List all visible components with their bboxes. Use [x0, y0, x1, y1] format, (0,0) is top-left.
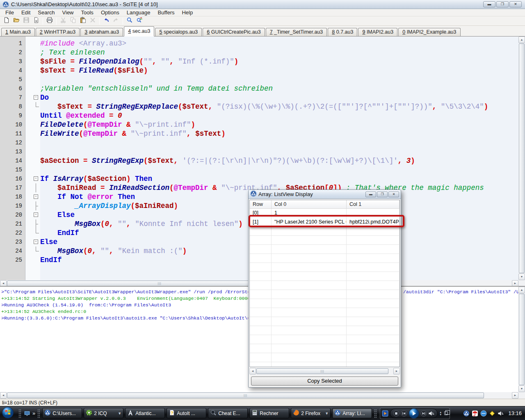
menu-search[interactable]: Search: [34, 9, 58, 16]
start-button[interactable]: [2, 406, 16, 420]
table-row[interactable]: [250, 236, 399, 245]
save-file-button[interactable]: [21, 17, 31, 25]
table-row[interactable]: [250, 290, 399, 299]
cut-button[interactable]: [58, 17, 68, 25]
code-line-2[interactable]: 2; Text einlesen: [0, 48, 518, 57]
paste-button[interactable]: [78, 17, 88, 25]
tab-abraham.au3[interactable]: 3 abraham.au3: [80, 28, 123, 37]
play-button[interactable]: [409, 408, 419, 419]
tab-_timer_settimer.au3[interactable]: 7 _Timer_SetTimer.au3: [266, 28, 327, 37]
taskbar-button-rechner[interactable]: Rechner: [249, 408, 289, 418]
tray-autoit-icon[interactable]: [463, 410, 470, 417]
table-row[interactable]: [250, 353, 399, 362]
tab-sec.au3[interactable]: 4 sec.au3: [124, 26, 154, 37]
scroll-up-icon[interactable]: ▲: [518, 37, 525, 43]
tab-0.7.au3[interactable]: 8 0.7.au3: [328, 28, 357, 37]
scroll-down-icon[interactable]: ▼: [518, 274, 525, 280]
editor-vscroll-thumb[interactable]: [519, 43, 525, 273]
listview-hscrollbar[interactable]: ◄ ||| ►: [249, 368, 400, 375]
console-scroll-right-icon[interactable]: ►: [512, 392, 518, 399]
find-button[interactable]: [125, 17, 135, 25]
table-row[interactable]: [250, 227, 399, 236]
column-header-col0[interactable]: Col 0: [272, 200, 347, 208]
code-line-11[interactable]: 11FileWrite(@TempDir & "\~print.inf", $s…: [0, 129, 518, 138]
menu-edit[interactable]: Edit: [18, 9, 34, 16]
fold-marker-box[interactable]: −: [25, 210, 40, 219]
table-row[interactable]: [250, 272, 399, 281]
fold-marker-box[interactable]: −: [25, 237, 40, 247]
media-band-grip[interactable]: [374, 409, 377, 418]
tab-winhttp.au3[interactable]: 2 WinHTTP.au3: [36, 28, 80, 37]
console-vscroll-thumb[interactable]: [519, 294, 525, 385]
table-row[interactable]: [250, 281, 399, 290]
minimize-button[interactable]: ▬: [483, 1, 495, 7]
copy-selected-button[interactable]: Copy Selected: [251, 377, 398, 386]
code-line-12[interactable]: 12: [0, 138, 518, 147]
array-window-titlebar[interactable]: Array: ListView Display ▬ ❐ ✕: [249, 190, 401, 199]
table-row[interactable]: [250, 344, 399, 353]
code-line-5[interactable]: 5: [0, 75, 518, 84]
code-line-13[interactable]: 13: [0, 147, 518, 156]
table-row[interactable]: [250, 362, 399, 367]
redo-button[interactable]: [111, 17, 121, 25]
code-line-3[interactable]: 3$sFile = FileOpenDialog("", "", "Inf (*…: [0, 57, 518, 66]
code-line-4[interactable]: 4$sText = FileRead($sFile): [0, 66, 518, 75]
fold-marker-box[interactable]: −: [25, 192, 40, 201]
code-line-1[interactable]: 1#include <Array.au3>: [0, 39, 518, 48]
taskbar-button-autoit[interactable]: ?AutoIt ...: [167, 408, 206, 418]
table-row[interactable]: [250, 317, 399, 326]
show-desktop-icon[interactable]: [23, 409, 32, 418]
listview-header[interactable]: RowCol 0Col 1: [250, 200, 399, 209]
tray-messenger-icon[interactable]: [480, 410, 487, 417]
tray-volume-icon[interactable]: [498, 410, 504, 417]
table-row[interactable]: [250, 326, 399, 335]
array-minimize-button[interactable]: ▬: [365, 192, 376, 197]
code-line-7[interactable]: 7−Do: [0, 93, 518, 102]
quicklaunch-expand-icon[interactable]: »: [32, 411, 35, 416]
tray-avira-icon[interactable]: [472, 410, 478, 417]
console-hscrollbar[interactable]: ◄ ||| ►: [0, 392, 518, 399]
listview-hscroll-thumb[interactable]: |||: [256, 368, 388, 374]
group-dropdown-icon[interactable]: ▼: [118, 411, 121, 415]
fold-marker-box[interactable]: −: [25, 174, 40, 183]
tab-imapi2.au3[interactable]: 9 IMAPI2.au3: [358, 28, 397, 37]
console-scroll-up-icon[interactable]: ▲: [518, 287, 525, 293]
menu-buffers[interactable]: Buffers: [154, 9, 178, 16]
copy-button[interactable]: [68, 17, 78, 25]
tab-specialops.au3[interactable]: 5 specialops.au3: [155, 28, 202, 37]
array-close-button[interactable]: ✕: [388, 192, 399, 197]
table-row[interactable]: [250, 263, 399, 272]
next-button[interactable]: [420, 410, 427, 417]
taskbar-button-cheat-e[interactable]: Cheat E...: [208, 408, 248, 418]
menu-help[interactable]: Help: [178, 9, 196, 16]
volume-button[interactable]: [428, 410, 435, 417]
taskbar-button-array-li[interactable]: Array: Li...: [332, 408, 372, 418]
column-header-row[interactable]: Row: [250, 200, 272, 208]
listview-scroll-right-icon[interactable]: ►: [393, 368, 400, 374]
table-row[interactable]: [250, 299, 399, 308]
array-restore-button[interactable]: ❐: [377, 192, 388, 197]
code-line-9[interactable]: 9Until @extended = 0: [0, 111, 518, 120]
code-line-6[interactable]: 6;Variablen "entschlüsseln" und in Temp …: [0, 84, 518, 93]
code-line-16[interactable]: 16−If IsArray($aSection) Then: [0, 174, 518, 183]
menu-view[interactable]: View: [59, 9, 78, 16]
table-row[interactable]: [250, 254, 399, 263]
table-row[interactable]: [250, 245, 399, 254]
restore-button[interactable]: ❐: [496, 1, 509, 7]
taskbar-button-2-firefox[interactable]: 2 Firefox▼: [291, 408, 331, 418]
console-hscroll-thumb[interactable]: |||: [7, 393, 484, 398]
undo-button[interactable]: [101, 17, 111, 25]
code-line-15[interactable]: 15: [0, 165, 518, 174]
code-line-8[interactable]: 8 $sText = StringRegExpReplace($sText, "…: [0, 102, 518, 111]
stop-button[interactable]: [393, 410, 399, 417]
taskbar-clock[interactable]: 13:16: [508, 410, 522, 416]
close-file-button[interactable]: [31, 17, 41, 25]
close-button[interactable]: ✕: [509, 1, 522, 7]
menu-options[interactable]: Options: [97, 9, 123, 16]
replace-button[interactable]: [135, 17, 144, 25]
code-line-10[interactable]: 10FileDelete(@TempDir & "\~print.inf"): [0, 120, 518, 129]
print-button[interactable]: [45, 17, 55, 25]
console-scroll-left-icon[interactable]: ◄: [0, 392, 7, 399]
console-scroll-down-icon[interactable]: ▼: [518, 386, 525, 392]
column-header-col1[interactable]: Col 1: [347, 200, 399, 208]
